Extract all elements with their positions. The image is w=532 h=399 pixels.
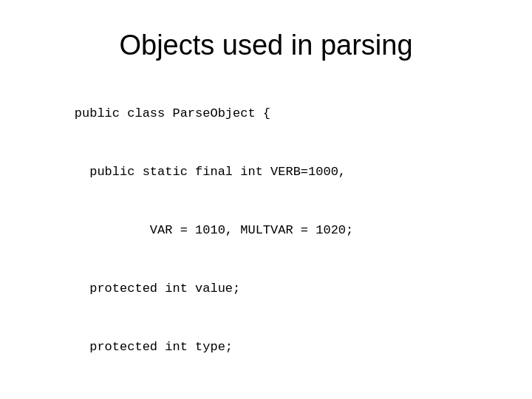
code-line-3: VAR = 1010, MULTVAR = 1020; bbox=[75, 223, 353, 237]
code-block: public class ParseObject { public static… bbox=[44, 85, 488, 399]
slide-title: Objects used in parsing bbox=[44, 30, 488, 61]
code-line-2: public static final int VERB=1000, bbox=[75, 165, 346, 179]
slide-container: Objects used in parsing public class Par… bbox=[0, 0, 532, 399]
code-line-4: protected int value; bbox=[75, 282, 240, 296]
code-line-5: protected int type; bbox=[75, 340, 233, 354]
code-line-1: public class ParseObject { bbox=[75, 106, 270, 120]
